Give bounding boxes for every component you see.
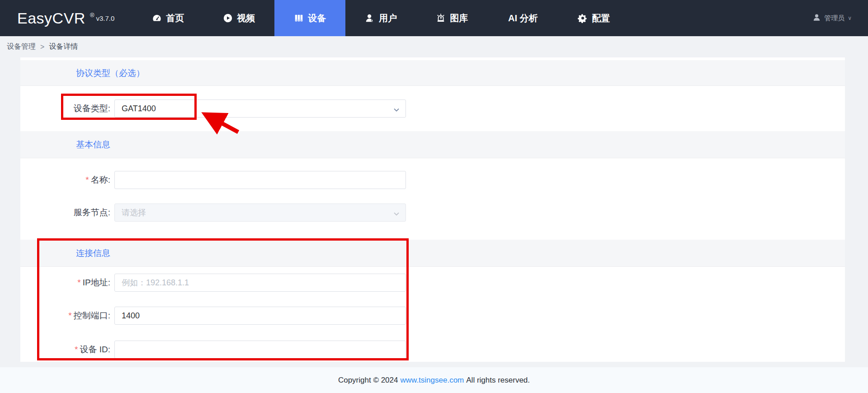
service-node-select[interactable]: 请选择	[114, 204, 406, 222]
section-title: 基本信息	[20, 131, 845, 158]
chevron-down-icon	[393, 210, 400, 219]
device-id-row: *设备 ID:	[20, 341, 845, 359]
person-icon	[365, 13, 375, 23]
easycvr-app: EasyCVR ® v3.7.0 首页 视频 设备 用户 图	[0, 0, 868, 393]
tsingsee-link[interactable]: www.tsingsee.com	[400, 376, 464, 385]
device-type-label: 设备类型:	[20, 99, 110, 118]
nav-item-label: 图库	[450, 12, 468, 24]
person-icon	[812, 13, 821, 23]
name-row: *名称:	[20, 171, 845, 189]
required-asterisk: *	[77, 278, 80, 287]
section-title: 连接信息	[20, 240, 845, 267]
user-menu[interactable]: 管理员 ∨	[812, 0, 852, 36]
chevron-down-icon: ∨	[848, 15, 852, 21]
version-label: v3.7.0	[96, 14, 114, 22]
play-circle-icon	[223, 13, 233, 23]
top-navbar: EasyCVR ® v3.7.0 首页 视频 设备 用户 图	[0, 0, 868, 36]
service-node-placeholder: 请选择	[122, 207, 146, 218]
app-logo: EasyCVR ® v3.7.0	[17, 0, 114, 36]
device-id-input[interactable]	[114, 341, 406, 359]
nav-item-label: 设备	[308, 12, 326, 24]
registered-mark: ®	[90, 12, 94, 19]
logo-text: EasyCVR	[17, 9, 85, 27]
section-connection-info: 连接信息	[20, 240, 845, 267]
nav-item-label: 配置	[592, 12, 610, 24]
name-label: 名称:	[91, 175, 110, 185]
copyright-suffix: All rights reserved.	[466, 376, 530, 385]
nav-item-ai[interactable]: AI 分析	[487, 0, 558, 36]
section-basic-info: 基本信息	[20, 131, 845, 158]
nav-item-user[interactable]: 用户	[345, 0, 416, 36]
device-type-row: 设备类型: GAT1400	[20, 99, 845, 118]
gauge-icon	[152, 13, 162, 23]
ip-address-input[interactable]	[114, 274, 406, 292]
ip-address-label: IP地址:	[83, 278, 110, 287]
breadcrumb-device-detail: 设备详情	[49, 42, 78, 52]
nav-item-label: 视频	[237, 12, 255, 24]
breadcrumb: 设备管理 > 设备详情	[0, 36, 868, 57]
service-node-row: 服务节点: 请选择	[20, 204, 845, 222]
required-asterisk: *	[68, 311, 71, 320]
nav-item-gallery[interactable]: 图库	[416, 0, 487, 36]
gear-icon	[578, 13, 588, 23]
section-title: 协议类型（必选）	[20, 60, 845, 86]
control-port-input[interactable]	[114, 307, 406, 325]
copyright-prefix: Copyright © 2024	[338, 376, 398, 385]
nav-item-video[interactable]: 视频	[203, 0, 274, 36]
name-input[interactable]	[114, 171, 406, 189]
required-asterisk: *	[75, 345, 78, 354]
control-port-label: 控制端口:	[74, 311, 110, 320]
control-port-row: *控制端口:	[20, 307, 845, 325]
chevron-down-icon	[393, 106, 400, 115]
nav-item-label: 首页	[166, 12, 184, 24]
breadcrumb-separator: >	[40, 43, 44, 51]
service-node-label: 服务节点:	[20, 204, 110, 222]
ip-address-row: *IP地址:	[20, 274, 845, 292]
device-type-value: GAT1400	[122, 104, 156, 114]
section-protocol-type: 协议类型（必选）	[20, 60, 845, 86]
footer: Copyright © 2024 www.tsingsee.com All ri…	[0, 367, 868, 393]
user-name: 管理员	[824, 14, 844, 23]
device-rack-icon	[294, 13, 304, 23]
alarm-light-icon	[436, 13, 446, 23]
device-id-label: 设备 ID:	[80, 345, 110, 354]
required-asterisk: *	[85, 175, 89, 185]
nav-item-label: AI 分析	[508, 12, 538, 24]
device-type-select[interactable]: GAT1400	[114, 99, 406, 118]
main-nav: 首页 视频 设备 用户 图库 AI 分析 配置	[132, 0, 629, 36]
device-detail-panel: 协议类型（必选） 设备类型: GAT1400 基本信息 *名称: 服务节点:	[20, 57, 845, 362]
nav-item-home[interactable]: 首页	[132, 0, 203, 36]
nav-item-label: 用户	[379, 12, 397, 24]
breadcrumb-device-management[interactable]: 设备管理	[7, 42, 36, 52]
nav-item-device[interactable]: 设备	[274, 0, 345, 36]
nav-item-config[interactable]: 配置	[558, 0, 629, 36]
